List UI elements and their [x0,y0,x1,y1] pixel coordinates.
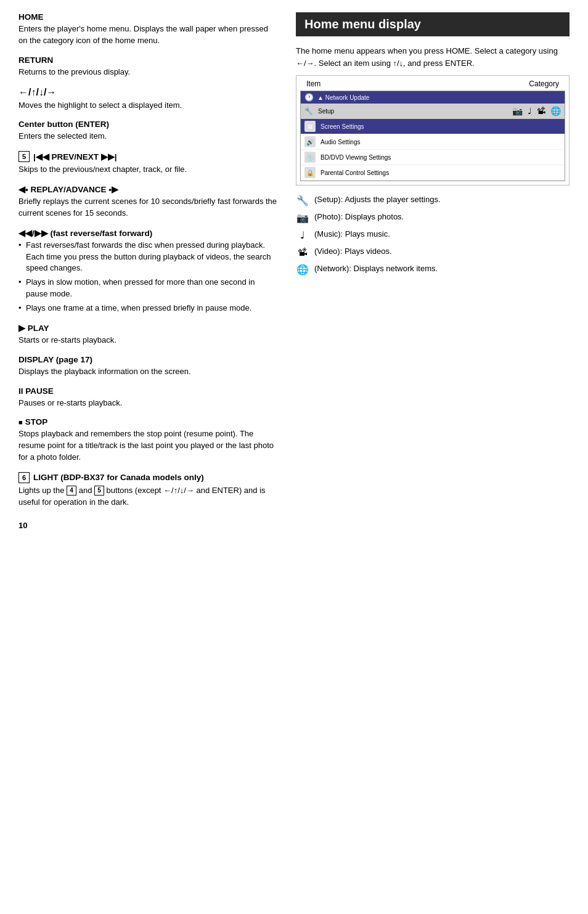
section-prevnext: 5 |◀◀ PREV/NEXT ▶▶| Skips to the previou… [18,151,277,176]
home-body: Enters the player's home menu. Displays … [18,23,277,47]
section-replay: ◀• REPLAY/ADVANCE •▶ Briefly replays the… [18,184,277,219]
right-column: Home menu display The home menu appears … [296,12,570,280]
diagram-top-bar: 🕐 ▲ Network Update [301,91,565,104]
diagram-labels: Item Category [300,80,565,88]
home-menu-header: Home menu display [296,12,570,36]
stop-label: STOP [25,417,48,426]
clock-icon: 🕐 [304,93,314,102]
diagram-menu-rows: 🖥 Screen Settings 🔊 Audio Settings 💿 BD/… [301,119,565,181]
light-box-5: 5 [94,486,104,496]
item-label: Item [306,80,321,88]
parental-label: Parental Control Settings [321,169,389,176]
pause-body: Pauses or re-starts playback. [18,398,277,409]
return-body: Returns to the previous display. [18,67,277,78]
category-icons: 📷 ♩ 📽 🌐 [512,106,561,116]
menu-row-audio: 🔊 Audio Settings [301,134,565,150]
light-text-middle: and [76,486,94,495]
network-update-label: ▲ Network Update [317,94,369,101]
center-body: Enters the selected item. [18,131,277,142]
legend-video-icon: 📽 [296,246,309,259]
home-menu-intro: The home menu appears when you press HOM… [296,45,570,69]
legend-setup-text: (Setup): Adjusts the player settings. [314,194,441,205]
bddvd-icon: 💿 [304,152,316,163]
category-label: Category [529,80,559,88]
light-title: 6 LIGHT (BDP-BX37 for Canada models only… [18,472,277,483]
light-body: Lights up the 4 and 5 buttons (except ←/… [18,485,277,508]
arrows-body: Moves the highlight to select a displaye… [18,100,277,112]
replay-body: Briefly replays the current scenes for 1… [18,196,277,219]
bddvd-label: BD/DVD Viewing Settings [321,154,391,161]
legend-network: 🌐 (Network): Displays network items. [296,263,570,277]
left-column: HOME Enters the player's home menu. Disp… [18,12,277,530]
legend-setup: 🔧 (Setup): Adjusts the player settings. [296,194,570,208]
bullet-item: Fast reverses/fast forwards the disc whe… [18,240,277,275]
prevnext-body: Skips to the previous/next chapter, trac… [18,164,277,176]
legend-photo: 📷 (Photo): Displays photos. [296,211,570,225]
page-number: 10 [18,521,277,530]
section-pause: II PAUSE Pauses or re-starts playback. [18,386,277,409]
legend-music: ♩ (Music): Plays music. [296,229,570,242]
pause-title: II PAUSE [18,386,277,396]
screen-settings-label: Screen Settings [321,123,364,130]
section-fastforward: ◀◀/▶▶ (fast reverse/fast forward) Fast r… [18,228,277,314]
section-display: DISPLAY (page 17) Displays the playback … [18,355,277,378]
prevnext-title: 5 |◀◀ PREV/NEXT ▶▶| [18,151,277,162]
section-stop: ■ STOP Stops playback and remembers the … [18,417,277,463]
legend-network-icon: 🌐 [296,263,309,277]
diagram-inner: 🕐 ▲ Network Update 🔧 Setup 📷 ♩ 📽 🌐 [300,91,565,181]
light-label: LIGHT (BDP-BX37 for Canada models only) [33,473,204,482]
legend-music-text: (Music): Plays music. [314,229,390,240]
section-home: HOME Enters the player's home menu. Disp… [18,12,277,47]
center-title: Center button (ENTER) [18,120,277,129]
music-icon: ♩ [528,106,532,116]
light-text-prefix: Lights up the [18,486,67,495]
replay-title: ◀• REPLAY/ADVANCE •▶ [18,184,277,194]
screen-settings-icon: 🖥 [304,121,316,132]
fastforward-bullets: Fast reverses/fast forwards the disc whe… [18,240,277,314]
bullet-item: Plays in slow motion, when pressed for m… [18,277,277,300]
badge-5: 5 [18,151,30,162]
fastforward-title: ◀◀/▶▶ (fast reverse/fast forward) [18,228,277,238]
audio-settings-label: Audio Settings [321,139,361,145]
legend-music-icon: ♩ [296,229,309,242]
stop-body: Stops playback and remembers the stop po… [18,428,277,463]
menu-row-bddvd: 💿 BD/DVD Viewing Settings [301,150,565,165]
section-play: ▶ PLAY Starts or re-starts playback. [18,323,277,346]
home-menu-diagram: Item Category 🕐 ▲ Network Update 🔧 Setup… [296,75,570,186]
arrows-symbol: ←/↑/↓/→ [18,87,277,98]
video-icon: 📽 [537,106,545,116]
page-layout: HOME Enters the player's home menu. Disp… [18,12,570,530]
setup-label: Setup [318,108,334,115]
menu-row-parental: 🔒 Parental Control Settings [301,165,565,181]
setup-small-icon: 🔧 [304,107,313,115]
legend-photo-text: (Photo): Displays photos. [314,211,404,222]
photo-icon: 📷 [512,106,523,116]
display-title: DISPLAY (page 17) [18,355,277,364]
section-return: RETURN Returns to the previous display. [18,55,277,78]
stop-icon: ■ [18,418,23,426]
section-light: 6 LIGHT (BDP-BX37 for Canada models only… [18,472,277,508]
network-icon: 🌐 [550,106,561,116]
legend-video-text: (Video): Plays videos. [314,246,392,257]
legend-items: 🔧 (Setup): Adjusts the player settings. … [296,194,570,277]
prevnext-label: |◀◀ PREV/NEXT ▶▶| [33,152,117,161]
bullet-item: Plays one frame at a time, when pressed … [18,303,277,314]
legend-video: 📽 (Video): Plays videos. [296,246,570,259]
home-title: HOME [18,12,277,22]
parental-icon: 🔒 [304,167,316,178]
badge-6: 6 [18,472,30,483]
legend-photo-icon: 📷 [296,211,309,225]
return-title: RETURN [18,55,277,65]
light-box-4: 4 [67,486,76,496]
display-body: Displays the playback information on the… [18,366,277,378]
menu-row-screen: 🖥 Screen Settings [301,119,565,134]
section-arrows: ←/↑/↓/→ Moves the highlight to select a … [18,87,277,112]
section-center: Center button (ENTER) Enters the selecte… [18,120,277,142]
stop-title: ■ STOP [18,417,277,426]
play-body: Starts or re-starts playback. [18,335,277,346]
audio-settings-icon: 🔊 [304,136,316,147]
legend-setup-icon: 🔧 [296,194,309,208]
diagram-icon-row: 🔧 Setup 📷 ♩ 📽 🌐 [301,104,565,119]
play-title: ▶ PLAY [18,323,277,333]
legend-network-text: (Network): Displays network items. [314,263,438,274]
